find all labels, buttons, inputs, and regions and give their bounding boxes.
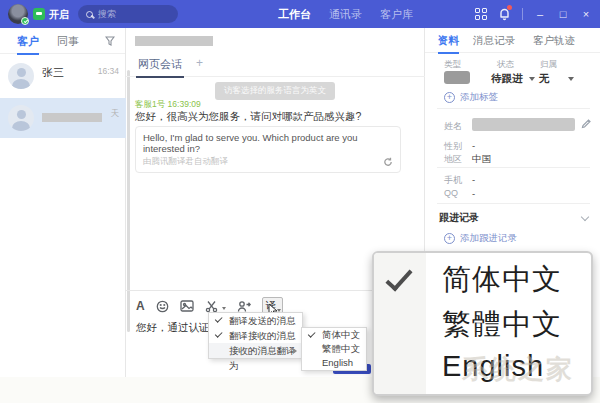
contact-avatar <box>8 63 34 89</box>
submenu-item-label: 繁體中文 <box>322 343 360 354</box>
submenu-item-label: 简体中文 <box>322 329 360 340</box>
system-notice: 访客选择的服务语言为英文 <box>215 82 335 100</box>
check-icon <box>308 330 315 337</box>
field-label-gender: 性别 <box>444 140 462 153</box>
status-toggle-icon[interactable] <box>33 8 45 20</box>
maximize-button[interactable]: □ <box>557 0 569 28</box>
panel-divider <box>437 167 590 168</box>
image-icon[interactable] <box>180 300 194 312</box>
menu-item-label: 翻译发送的消息 <box>229 315 296 326</box>
submenu-item-english[interactable]: English <box>302 356 366 370</box>
menu-item-translate-received[interactable]: 翻译接收的消息 <box>209 328 302 343</box>
mobile-value: - <box>472 174 475 185</box>
redacted-visitor-name <box>135 36 213 46</box>
panel-divider <box>437 203 590 204</box>
add-followup-button[interactable]: + 添加跟进记录 <box>444 232 517 245</box>
submenu-item-label: English <box>322 357 353 368</box>
redacted-type-value <box>444 71 470 84</box>
transfer-chat-icon[interactable] <box>237 300 251 313</box>
popup-item-simplified[interactable]: 简体中文 <box>442 260 562 300</box>
new-session-tab[interactable]: + <box>196 56 203 70</box>
submenu-item-simplified[interactable]: 简体中文 <box>302 328 366 342</box>
tab-message-history[interactable]: 消息记录 <box>473 34 515 48</box>
main-nav: 工作台 通讯录 客户库 <box>278 0 413 28</box>
submenu-arrow-icon <box>293 348 297 354</box>
retranslate-icon[interactable] <box>383 157 393 167</box>
field-label-region: 地区 <box>444 153 462 166</box>
popup-item-traditional[interactable]: 繁體中文 <box>442 305 562 345</box>
followup-section-title: 跟进记录 <box>439 211 479 225</box>
filter-icon[interactable] <box>105 36 115 46</box>
emoji-icon[interactable] <box>156 300 169 313</box>
region-value: 中国 <box>472 153 491 166</box>
field-label-qq: QQ <box>444 188 458 198</box>
plus-icon: + <box>444 233 455 244</box>
owner-value[interactable]: 无 <box>539 72 550 86</box>
apps-grid-icon[interactable] <box>475 8 487 20</box>
screenshot-scissors-icon[interactable] <box>205 300 218 313</box>
redacted-name-value <box>472 118 575 131</box>
submenu-item-traditional[interactable]: 繁體中文 <box>302 342 366 356</box>
search-input[interactable] <box>98 9 168 19</box>
contact-avatar <box>8 105 34 131</box>
session-tabbar: 网页会话 + <box>126 52 425 77</box>
contact-time: 16:34 <box>98 66 119 76</box>
field-label-type: 类型 <box>444 59 461 71</box>
tab-customers[interactable]: 客户 <box>17 34 39 49</box>
translation-note: 由腾讯翻译君自动翻译 <box>143 156 228 168</box>
contact-row[interactable]: 张三 16:34 <box>0 56 126 96</box>
redacted-contact-name <box>42 113 102 122</box>
add-tag-button[interactable]: + 添加标签 <box>444 91 498 104</box>
contact-name: 张三 <box>42 65 64 80</box>
notifications-bell-icon[interactable] <box>498 7 511 21</box>
tab-customer-trace[interactable]: 客户轨迹 <box>533 34 575 48</box>
toolbar-divider <box>522 8 523 20</box>
message-text: 您好，很高兴为您服务，请问对哪款产品感兴趣? <box>135 110 361 124</box>
status-value[interactable]: 待跟进 <box>491 72 523 86</box>
site-watermark: 系统之家 <box>462 352 574 387</box>
tab-customer-library[interactable]: 客户库 <box>380 7 413 22</box>
owner-dropdown-caret[interactable] <box>568 77 574 81</box>
minimize-button[interactable]: – <box>534 0 546 28</box>
plus-icon: + <box>444 92 455 103</box>
gender-value: - <box>472 140 475 151</box>
search-box[interactable] <box>78 5 178 23</box>
tab-profile[interactable]: 资料 <box>438 34 459 48</box>
check-icon <box>215 330 222 337</box>
edit-pencil-icon[interactable] <box>581 118 592 129</box>
field-label-mobile: 手机 <box>444 174 462 187</box>
close-button[interactable]: × <box>580 0 592 28</box>
screenshot-dropdown-caret[interactable] <box>222 307 226 310</box>
chevron-down-icon[interactable] <box>581 213 589 221</box>
panel-divider <box>437 108 590 109</box>
check-icon <box>215 315 222 322</box>
conversation-sidebar: 客户 同事 张三 16:34 天 <box>0 28 126 377</box>
menu-item-label: 翻译接收的消息 <box>229 330 296 341</box>
translation-card: Hello, I'm glad to serve you. Which prod… <box>135 126 401 173</box>
search-icon <box>86 11 93 18</box>
tab-web-session[interactable]: 网页会话 <box>138 57 182 72</box>
font-tool-icon[interactable]: A <box>136 300 145 312</box>
status-dropdown-caret[interactable] <box>529 77 535 81</box>
menu-item-translate-sent[interactable]: 翻译发送的消息 <box>209 313 302 328</box>
translated-text: Hello, I'm glad to serve you. Which prod… <box>143 132 393 154</box>
tab-colleagues[interactable]: 同事 <box>57 34 79 49</box>
menu-item-translate-to[interactable]: 接收的消息翻译为 <box>209 343 302 358</box>
field-label-owner: 归属 <box>540 59 557 71</box>
qq-value: - <box>472 188 475 199</box>
tab-contacts[interactable]: 通讯录 <box>329 7 362 22</box>
add-followup-label: 添加跟进记录 <box>460 232 517 245</box>
add-tag-label: 添加标签 <box>460 91 498 104</box>
notification-badge <box>507 5 512 10</box>
panel-tabbar: 资料 消息记录 客户轨迹 <box>425 28 600 53</box>
contact-time: 天 <box>111 108 120 120</box>
tab-workbench[interactable]: 工作台 <box>278 7 311 22</box>
message-time: 16:39:09 <box>168 99 201 109</box>
status-label[interactable]: 开启 <box>49 8 69 22</box>
language-submenu: 简体中文 繁體中文 English <box>301 327 367 371</box>
online-status-icon <box>21 17 29 25</box>
contact-row-selected[interactable]: 天 <box>0 98 126 138</box>
message-sender: 客服1号 <box>135 99 165 109</box>
sidebar-tabs: 客户 同事 <box>0 28 125 54</box>
field-label-name: 姓名 <box>444 120 462 133</box>
